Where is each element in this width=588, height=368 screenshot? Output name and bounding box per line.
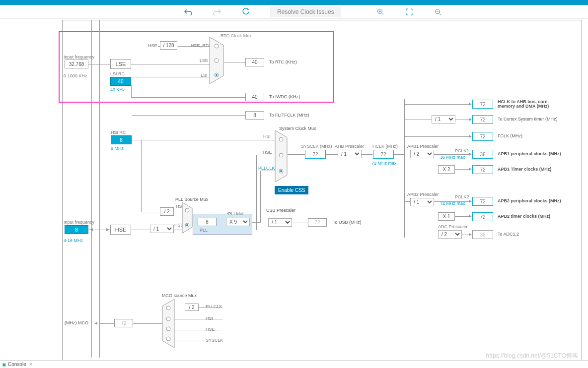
svg-point-6 <box>185 208 189 212</box>
lse-input-value[interactable]: 32.768 <box>65 60 88 68</box>
hclk-max: 72 MHz max <box>371 161 397 166</box>
out-apb2-timer-label: APB2 timer clocks (MHz) <box>498 214 550 219</box>
hsi-note: 8 MHz <box>111 146 124 151</box>
pllmul-select[interactable]: X 9 <box>226 218 250 226</box>
refresh-icon[interactable] <box>241 7 250 16</box>
svg-point-13 <box>166 306 170 310</box>
svg-point-14 <box>166 317 170 321</box>
ahb-prescaler-select[interactable]: / 1 <box>338 150 362 158</box>
flitfclk-value: 8 <box>245 111 264 120</box>
hsi-value[interactable]: 8 <box>111 135 132 144</box>
out-apb1-timer-label: APB1 Timer clocks (MHz) <box>498 167 551 172</box>
hse-input-value[interactable]: 8 <box>65 225 88 234</box>
pll-value: 8 <box>198 218 217 226</box>
adc-prescaler-label: ADC Prescaler <box>438 224 468 229</box>
to-rtc-label: To RTC (KHz) <box>269 60 297 64</box>
usb-value: 72 <box>308 218 327 227</box>
system-clock-mux[interactable] <box>275 130 290 184</box>
watermark: https://blog.csdn.net/@51CTO博客 <box>486 352 578 360</box>
mco-hse-label: HSE <box>206 327 215 332</box>
cortex-div-select[interactable]: / 1 <box>432 115 455 123</box>
out-apb2-periph-label: APB2 peripheral clocks (MHz) <box>498 198 561 203</box>
sys-hse-label: HSE <box>263 150 272 155</box>
lse-block[interactable]: LSE <box>110 59 131 69</box>
out-fclk: 72 <box>472 132 493 141</box>
clock-canvas: RTC Clock Mux Input frequency 32.768 0-1… <box>62 20 582 361</box>
hse-range: 4-16 MHz <box>64 238 83 243</box>
apb2-prescaler-select[interactable]: / 1 <box>410 198 434 206</box>
toolbar: Resolve Clock Issues <box>0 5 588 19</box>
hse-label-rtc: HSE <box>148 43 157 48</box>
rtc-mux[interactable] <box>210 37 227 86</box>
out-adc-label: To ADC1,2 <box>498 232 519 237</box>
resolve-clock-issues-button[interactable]: Resolve Clock Issues <box>270 6 341 17</box>
out-apb2-periph: 72 <box>472 197 493 206</box>
undo-icon[interactable] <box>184 7 193 16</box>
mco-out-value: 72 <box>114 319 133 327</box>
apb1-prescaler-label: APB1 Prescaler <box>407 144 439 149</box>
hse-rtc-label: HSE_RTC <box>191 43 212 48</box>
hse-block[interactable]: HSE <box>110 225 131 235</box>
out-cortex-label: To Cortex System timer (MHz) <box>498 117 558 122</box>
to-iwdg-label: To IWDG (KHz) <box>269 94 300 99</box>
out-apb2-timer: 72 <box>472 212 493 221</box>
to-rtc-value: 40 <box>245 58 264 66</box>
sys-hsi-label: HSI <box>263 134 271 139</box>
out-cortex: 72 <box>472 115 493 124</box>
flitfclk-label: To FLITFCLK (MHz) <box>269 113 309 118</box>
mco-hsi-label: HSI <box>206 316 213 321</box>
console-icon: ▣ <box>2 362 6 367</box>
out-hclk-ahb: 72 <box>472 100 493 109</box>
lsi-rc-label: LSI RC <box>110 71 125 76</box>
enable-css-button[interactable]: Enable CSS <box>275 186 308 194</box>
adc-prescaler-select[interactable]: / 2 <box>438 230 462 239</box>
input-freq-hse-label: Input frequency <box>64 220 94 225</box>
mco-sysclk-label: SYSCLK <box>206 338 223 343</box>
pclk1-max: 36 MHz max <box>440 155 465 160</box>
ahb-prescaler-label: AHB Prescaler <box>335 144 364 149</box>
lsi-value[interactable]: 40 <box>110 77 131 86</box>
fit-icon[interactable] <box>405 7 414 16</box>
pll-source-mux-label: PLL Source Mux <box>175 197 208 202</box>
zoom-in-icon[interactable] <box>376 7 385 16</box>
svg-point-5 <box>216 74 218 76</box>
svg-point-8 <box>186 224 188 226</box>
lse-range: 0-1000 KHz <box>64 73 87 78</box>
sys-pllclk-label: PLLCLK <box>258 166 275 171</box>
apb2-prescaler-label: APB2 Prescaler <box>407 192 439 197</box>
mco-output-label: (MHz) MCO <box>65 320 88 325</box>
out-apb1-periph: 36 <box>472 150 493 159</box>
out-fclk-label: FCLK (MHz) <box>498 133 522 138</box>
redo-icon[interactable] <box>213 7 221 16</box>
usb-prescaler-label: USB Prescaler <box>266 208 295 213</box>
mco-mux[interactable] <box>162 299 177 350</box>
svg-point-3 <box>215 59 219 62</box>
apb2-x1: X 1 <box>438 212 455 221</box>
lse-mux-label: LSE <box>200 58 208 63</box>
console-label[interactable]: Console <box>8 362 26 367</box>
hse-div-select[interactable]: / 1 <box>150 225 174 233</box>
to-iwdg-value: 40 <box>245 93 264 101</box>
mco-pllclk-label: PLLCLK <box>206 304 222 309</box>
mco-div2: / 2 <box>185 304 199 311</box>
hse-div128: / 128 <box>160 41 177 50</box>
mco-mux-label: MCO source Mux <box>162 293 197 298</box>
sysclk-value[interactable]: 72 <box>305 150 326 159</box>
out-apb1-timer: 72 <box>472 165 493 174</box>
sysclk-label: SYSCLK (MHz) <box>301 144 332 149</box>
hsi-div2: / 2 <box>160 207 174 216</box>
apb1-prescaler-select[interactable]: / 2 <box>410 150 434 158</box>
usb-prescaler-select[interactable]: / 1 <box>268 218 292 227</box>
pclk1-label: PCLK1 <box>455 148 469 153</box>
zoom-out-icon[interactable] <box>434 7 442 16</box>
pllmul-label: *PLLMul <box>226 211 243 216</box>
lsi-range: 40 KHz <box>110 87 125 92</box>
out-adc: 36 <box>472 230 493 239</box>
usb-label: To USB (MHz) <box>333 220 362 225</box>
out-apb1-periph-label: APB1 peripheral clocks (MHz) <box>498 151 561 156</box>
svg-point-16 <box>166 337 170 341</box>
pll-label: PLL <box>200 228 208 233</box>
hclk-value[interactable]: 72 <box>373 150 394 159</box>
input-freq-lse-label: Input frequency <box>64 55 94 60</box>
svg-point-2 <box>215 44 219 48</box>
